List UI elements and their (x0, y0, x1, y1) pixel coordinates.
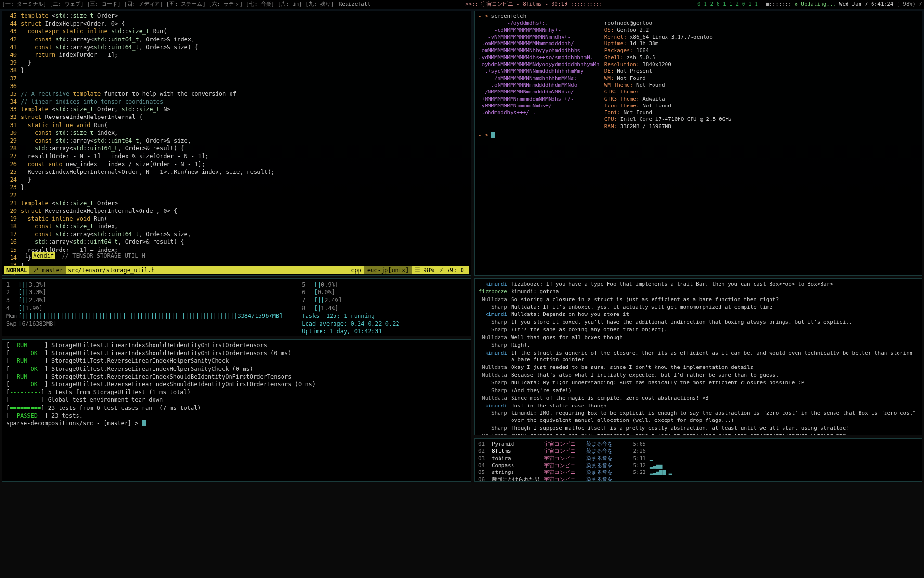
code-line[interactable]: 29 const std::array<std::uint64_t, Order… (4, 137, 469, 144)
sysinfo-row: OS: Gentoo 2.2 (604, 27, 732, 34)
sysinfo-row: CPU: Intel Core i7-4710HQ CPU @ 2.5 0GHz (604, 116, 732, 123)
code-line[interactable]: 32struct ReverseIndexHelperInternal { (4, 113, 469, 121)
shell-cursor[interactable] (142, 420, 146, 426)
music-pane[interactable]: 01Pyramid宇宙コンビニ染まる音を5:05028films宇宙コンビニ染ま… (474, 438, 922, 482)
irc-pane[interactable]: kimundifizzbooze: If you have a type Foo… (474, 278, 922, 435)
cpu-bar: 8 [|1.4%] (302, 304, 467, 312)
code-line[interactable]: 40 return index[Order - 1]; (4, 51, 469, 59)
code-line[interactable]: 41 const std::array<std::uint64_t, Order… (4, 43, 469, 51)
code-line[interactable]: 22 (4, 191, 469, 199)
irc-message: SharpNulldata: My tl;dr understanding: R… (478, 380, 918, 387)
editor-pane[interactable]: 45template <std::size_t Order>44struct I… (2, 11, 471, 276)
editor-status-bar: NORMAL ⎇ master src/tensor/storage_util.… (4, 266, 469, 274)
playlist-track[interactable]: 028films宇宙コンビニ染まる音を2:26 (478, 448, 918, 455)
irc-message: NulldataSo storing a closure in a struct… (478, 296, 918, 303)
code-line[interactable]: 25 ReverseIndexHelperInternal<Order, N -… (4, 168, 469, 176)
code-line[interactable]: 19 static inline void Run( (4, 215, 469, 223)
irc-message: SharpRight. (478, 342, 918, 349)
file-encoding: euc-jp[unix] (364, 266, 412, 274)
test-line: [ OK ] StorageUtilTest.ReverseLinearInde… (6, 381, 467, 388)
test-line: [ PASSED ] 23 tests. (6, 412, 467, 420)
top-status-bar: [一: ターミナル] [二: ウェブ] [三: コード] [四: メディア] [… (0, 0, 924, 9)
cpu-bar: 4 [|1.9%] (6, 304, 282, 312)
code-line[interactable]: 28 std::array<std::uint64_t, Order>& res… (4, 144, 469, 152)
sysinfo-row: Kernel: x86_64 Linux 3.17.7-gentoo (604, 34, 732, 40)
battery-indicator: ( 98%) ⚡ (897, 1, 922, 7)
code-line[interactable]: 42 const std::array<std::uint64_t, Order… (4, 36, 469, 43)
irc-message: NulldataWell that goes for all boxes tho… (478, 334, 918, 342)
code-line[interactable]: 20struct ReverseIndexHelperInternal<Orde… (4, 207, 469, 215)
code-line[interactable]: 23}; (4, 184, 469, 191)
irc-message: Sharp(It's the same as boxing any other … (478, 327, 918, 334)
uptime: Uptime: 1 day, 01:42:31 (302, 328, 382, 335)
code-line[interactable]: 27 result[Order - N - 1] = index % size[… (4, 152, 469, 160)
irc-message: SharpNulldata: If it's unboxed, yes, it … (478, 304, 918, 311)
irc-message: Sharp(And they're safe!) (478, 387, 918, 394)
sysinfo-row: WM Theme: Not Found (604, 82, 732, 89)
updating-indicator: ♻ Updating... (795, 1, 836, 7)
test-line: [ OK ] StorageUtilTest.ReverseLinearInde… (6, 365, 467, 373)
code-line[interactable]: 21template <std::size_t Order> (4, 199, 469, 207)
scroll-percent: ☰ 98% (412, 266, 437, 274)
playlist-track[interactable]: 04Compass宇宙コンビニ染まる音を5:12▂▃▅▅ (478, 462, 918, 470)
now-playing: >>:: 宇宙コンビニ - 8films - 00:10 :::::::::: (371, 1, 697, 8)
load-average: Load average: 0.24 0.22 0.22 (302, 320, 399, 327)
code-line[interactable]: 36 (4, 82, 469, 90)
code-line[interactable]: 39 } (4, 59, 469, 66)
code-line[interactable]: 43 constexpr static inline std::size_t R… (4, 27, 469, 35)
system-info: rootnode@gentooOS: Gentoo 2.2Kernel: x86… (604, 20, 732, 130)
code-line[interactable]: 30 const std::size_t index, (4, 129, 469, 137)
playlist-track[interactable]: 06裁判にかけられた男宇宙コンビニ染まる音を (478, 476, 918, 482)
workspace-list[interactable]: [一: ターミナル] [二: ウェブ] [三: コード] [四: メディア] [… (2, 1, 334, 8)
code-line[interactable]: 34// linear indices into tensor coordina… (4, 98, 469, 105)
code-line[interactable]: 35// A recursive template functor to hel… (4, 90, 469, 98)
test-line: [ RUN ] StorageUtilTest.ReverseLinearInd… (6, 357, 467, 365)
irc-message: SharpThough I suppose malloc itself is a… (478, 425, 918, 432)
vim-mode: NORMAL (6, 266, 27, 274)
code-line[interactable]: 33template <std::size_t Order, std::size… (4, 105, 469, 113)
code-line[interactable]: 45template <std::size_t Order> (4, 12, 469, 20)
sysinfo-row: Shell: zsh 5.0.5 (604, 54, 732, 61)
terminal-cursor[interactable] (491, 132, 495, 138)
test-output-pane[interactable]: [ RUN ] StorageUtilTest.LinearIndexShoul… (2, 339, 471, 482)
cpu-bar: 2 [||3.3%] (6, 289, 282, 296)
playlist-track[interactable]: 05strings宇宙コンビニ染まる音を5:23▂▃▅▇▇ ▂ (478, 469, 918, 476)
irc-message: NulldataOkay I just needed to be sure, s… (478, 364, 918, 371)
sysinfo-row: DE: Not Present (604, 68, 732, 75)
test-line: [=========] 23 tests from 6 test cases r… (6, 404, 467, 412)
playlist-track[interactable]: 01Pyramid宇宙コンビニ染まる音を5:05 (478, 441, 918, 448)
code-line[interactable]: 18 const std::size_t index, (4, 223, 469, 230)
code-line[interactable]: 24 } (4, 176, 469, 184)
cursor-location: ⚡ 79: 0 (436, 266, 467, 274)
file-lang: cpp (348, 266, 364, 274)
test-line: [ OK ] StorageUtilTest.LinearIndexShould… (6, 349, 467, 357)
htop-pane[interactable]: 1 [||3.3%]2 [||3.3%]3 [||2.4%]4 [|1.9%]M… (2, 278, 471, 336)
irc-message: kimundiNulldata: Depends on how you stor… (478, 311, 918, 318)
irc-message: NulldataBecause that's also what I initi… (478, 372, 918, 379)
code-line[interactable]: 38}; (4, 66, 469, 74)
workspace-numbers: 0 1 2 0 1 1 2 0 1 1 (697, 1, 758, 7)
editor-preview-line: 1 #endif // TENSOR_STORAGE_UTIL_H_ (4, 244, 469, 267)
sysinfo-row: Font: Not Found (604, 109, 732, 116)
cpu-bar: 6 [0.0%] (302, 289, 467, 296)
cpu-bar: 7 [||2.4%] (302, 296, 467, 304)
cpu-bar: 1 [||3.3%] (6, 281, 282, 289)
irc-message: kimundiJust in the static case though (478, 403, 918, 410)
playlist-track[interactable]: 03tobira宇宙コンビニ染まる音を5:11▂ (478, 455, 918, 462)
test-line: [---------] Global test environment tear… (6, 396, 467, 404)
screenfetch-pane[interactable]: - > screenfetch -/oyddmdhs+:. -odNMMMMMM… (474, 11, 922, 276)
irc-message: fizzboozekimundi: gotcha (478, 289, 918, 296)
sysinfo-row: Uptime: 1d 1h 38m (604, 40, 732, 47)
clock: Wed Jan 7 6:41:24 (839, 1, 894, 7)
irc-message: Dr-Emannc0a8: strings are not null termi… (478, 433, 918, 435)
shell-prompt[interactable]: sparse-decompositions/src - [master] > (6, 420, 142, 427)
code-line[interactable]: 31 static inline void Run( (4, 121, 469, 129)
test-line: [ RUN ] StorageUtilTest.ReverseLinearInd… (6, 373, 467, 381)
code-line[interactable]: 37 (4, 75, 469, 82)
code-line[interactable]: 17 const std::array<std::uint64_t, Order… (4, 230, 469, 238)
cpu-bar: 5 [|0.9%] (302, 281, 467, 289)
code-line[interactable]: 44struct IndexHelper<Order, 0> { (4, 20, 469, 27)
screenfetch-cmd: screenfetch (491, 13, 526, 19)
code-line[interactable]: 26 const auto new_index = index / size[O… (4, 160, 469, 168)
cpu-bar: 3 [||2.4%] (6, 296, 282, 304)
